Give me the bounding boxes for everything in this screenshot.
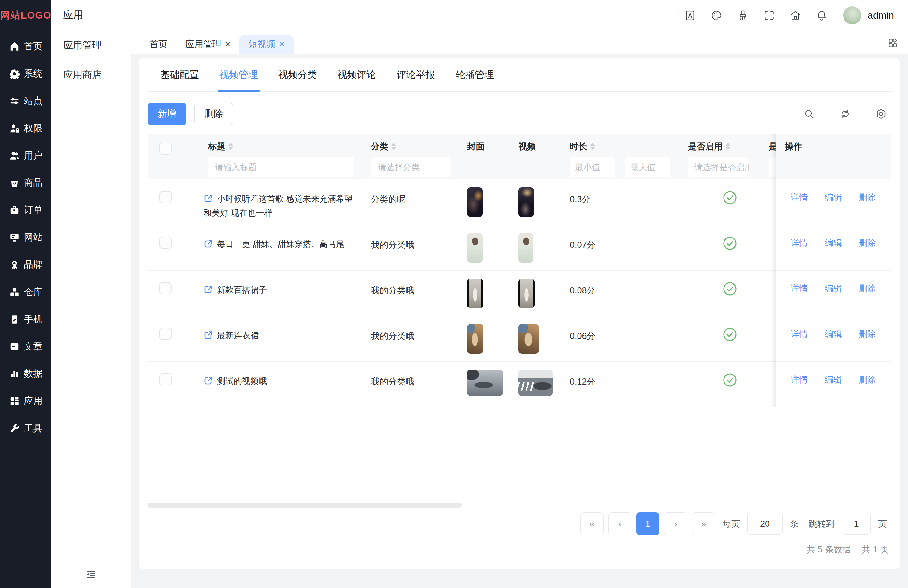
detail-link[interactable]: 详情 (790, 192, 808, 203)
delete-link[interactable]: 删除 (858, 283, 876, 294)
edit-link[interactable]: 编辑 (824, 329, 842, 340)
external-link-icon[interactable] (203, 330, 213, 340)
sidebar-item-brand[interactable]: 品牌 (0, 251, 52, 278)
tab-home[interactable]: 首页 (140, 35, 177, 53)
external-link-icon[interactable] (203, 193, 213, 203)
category-filter-select[interactable] (371, 157, 451, 177)
sort-icon[interactable] (590, 143, 595, 150)
palette-icon[interactable] (710, 9, 723, 21)
cover-thumbnail[interactable] (467, 233, 483, 263)
jump-page-input[interactable] (842, 513, 871, 535)
submenu-item-app-store[interactable]: 应用商店 (52, 60, 130, 90)
delete-link[interactable]: 删除 (858, 329, 876, 340)
cover-thumbnail[interactable] (467, 279, 483, 308)
horizontal-scrollbar[interactable] (148, 503, 462, 508)
video-thumbnail[interactable] (518, 279, 534, 308)
per-page-input[interactable] (747, 513, 782, 535)
external-link-icon[interactable] (203, 284, 213, 294)
edit-link[interactable]: 编辑 (824, 374, 842, 385)
row-checkbox[interactable] (159, 328, 172, 340)
sidebar-item-articles[interactable]: 文章 (0, 333, 52, 360)
sidebar-item-tools[interactable]: 工具 (0, 415, 52, 442)
delete-button[interactable]: 删除 (195, 103, 233, 125)
sidebar-item-apps[interactable]: 应用 (0, 387, 52, 415)
duration-min-input[interactable] (570, 157, 615, 177)
external-link-icon[interactable] (203, 375, 213, 385)
video-thumbnail[interactable] (518, 324, 539, 354)
sidebar-item-goods[interactable]: 商品 (0, 169, 52, 197)
video-title[interactable]: 新款百搭裙子 (217, 285, 267, 295)
sidebar-item-permission[interactable]: 权限 (0, 114, 52, 142)
tab-basic-config[interactable]: 基础配置 (150, 58, 209, 92)
notification-bell-icon[interactable] (816, 9, 828, 21)
sidebar-item-users[interactable]: 用户 (0, 142, 52, 169)
video-thumbnail[interactable] (518, 233, 533, 263)
select-all-checkbox[interactable] (159, 142, 172, 155)
language-icon[interactable] (684, 9, 696, 21)
edit-link[interactable]: 编辑 (824, 283, 842, 294)
video-thumbnail[interactable] (518, 370, 552, 396)
tab-options-icon[interactable] (887, 37, 898, 48)
fullscreen-icon[interactable] (763, 9, 775, 21)
sidebar-item-warehouse[interactable]: 仓库 (0, 278, 52, 306)
close-icon[interactable]: × (279, 40, 284, 49)
sidebar-item-orders[interactable]: 订单 (0, 197, 52, 224)
video-title[interactable]: 每日一更 甜妹、甜妹穿搭、高马尾 (217, 240, 344, 249)
detail-link[interactable]: 详情 (790, 237, 808, 249)
collapse-sidebar-button[interactable] (52, 569, 130, 581)
last-page-button[interactable]: » (692, 512, 715, 535)
detail-link[interactable]: 详情 (790, 329, 808, 340)
first-page-button[interactable]: « (580, 512, 604, 535)
tab-short-video[interactable]: 短视频 × (239, 35, 293, 53)
page-number-button[interactable]: 1 (636, 512, 659, 535)
sidebar-item-system[interactable]: 系统 (0, 60, 52, 87)
delete-link[interactable]: 删除 (858, 237, 876, 249)
title-filter-input[interactable] (208, 157, 354, 177)
sort-icon[interactable] (229, 143, 233, 150)
add-button[interactable]: 新增 (148, 103, 186, 125)
delete-link[interactable]: 删除 (858, 192, 876, 203)
sidebar-item-home[interactable]: 首页 (0, 33, 52, 60)
sort-icon[interactable] (391, 143, 396, 150)
sidebar-item-mobile[interactable]: 手机 (0, 306, 52, 333)
settings-icon[interactable] (875, 108, 887, 120)
detail-link[interactable]: 详情 (790, 374, 808, 385)
cover-thumbnail[interactable] (467, 370, 503, 396)
tab-app-manage[interactable]: 应用管理 × (177, 35, 239, 53)
avatar[interactable] (843, 6, 861, 24)
detail-link[interactable]: 详情 (790, 283, 808, 294)
tab-video-category[interactable]: 视频分类 (268, 58, 327, 92)
submenu-item-app-manage[interactable]: 应用管理 (52, 31, 130, 60)
delete-link[interactable]: 删除 (858, 374, 876, 385)
prev-page-button[interactable]: ‹ (609, 512, 631, 535)
refresh-icon[interactable] (839, 108, 851, 120)
tab-carousel-manage[interactable]: 轮播管理 (445, 58, 504, 92)
row-checkbox[interactable] (159, 282, 172, 294)
sort-icon[interactable] (726, 143, 730, 150)
clean-brush-icon[interactable] (737, 9, 749, 21)
cover-thumbnail[interactable] (467, 187, 483, 217)
video-title[interactable]: 小时候听着这首歌 感觉未来充满希望 和美好 现在也一样 (203, 194, 353, 217)
sidebar-item-website[interactable]: 网站 (0, 224, 52, 251)
row-checkbox[interactable] (159, 373, 172, 385)
truncated-filter[interactable] (769, 157, 776, 177)
close-icon[interactable]: × (225, 40, 230, 49)
enabled-filter-select[interactable]: 请选择是否启用 (688, 157, 749, 177)
username[interactable]: admin (868, 10, 894, 21)
edit-link[interactable]: 编辑 (824, 192, 842, 203)
tab-video-manage[interactable]: 视频管理 (209, 58, 268, 92)
video-title[interactable]: 测试的视频哦 (217, 376, 267, 386)
cover-thumbnail[interactable] (467, 324, 483, 354)
external-link-icon[interactable] (203, 239, 213, 248)
search-icon[interactable] (803, 108, 815, 120)
row-checkbox[interactable] (159, 237, 172, 249)
edit-link[interactable]: 编辑 (824, 237, 842, 249)
video-thumbnail[interactable] (518, 187, 534, 217)
sidebar-item-site[interactable]: 站点 (0, 87, 52, 114)
row-checkbox[interactable] (159, 191, 172, 203)
duration-max-input[interactable] (625, 157, 670, 177)
tab-comment-report[interactable]: 评论举报 (386, 58, 445, 92)
video-title[interactable]: 最新连衣裙 (217, 330, 259, 340)
home-icon[interactable] (789, 9, 802, 21)
sidebar-item-data[interactable]: 数据 (0, 360, 52, 387)
